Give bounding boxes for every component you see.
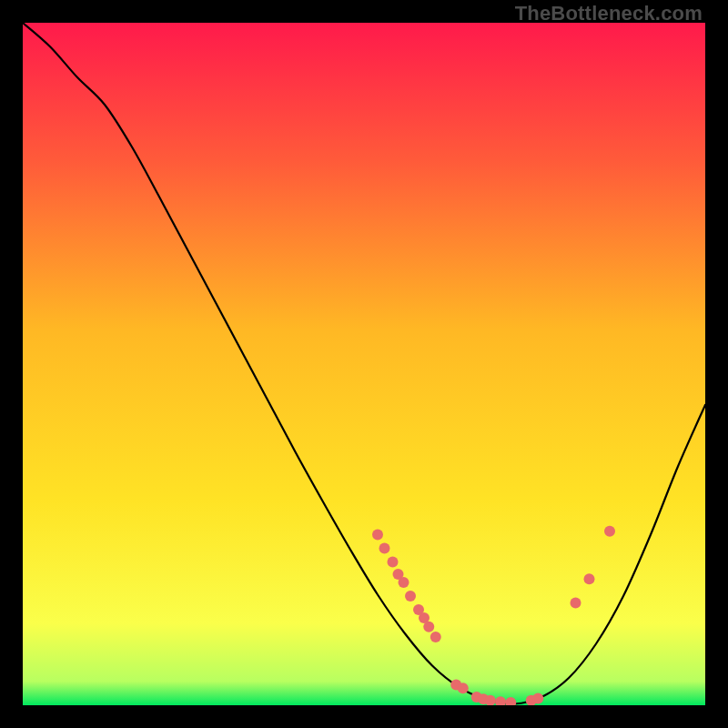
data-marker bbox=[532, 693, 543, 704]
data-marker bbox=[604, 526, 615, 537]
chart-svg bbox=[23, 23, 705, 705]
data-marker bbox=[458, 682, 469, 693]
data-marker bbox=[372, 530, 383, 541]
data-marker bbox=[584, 573, 595, 584]
chart-container: TheBottleneck.com bbox=[0, 0, 728, 728]
data-marker bbox=[430, 632, 441, 642]
data-marker bbox=[379, 543, 390, 554]
data-marker bbox=[423, 622, 434, 632]
gradient-background bbox=[23, 23, 705, 705]
data-marker bbox=[388, 557, 399, 568]
data-marker bbox=[399, 577, 410, 588]
data-marker bbox=[571, 598, 581, 609]
plot-area bbox=[23, 23, 705, 705]
data-marker bbox=[405, 591, 416, 602]
